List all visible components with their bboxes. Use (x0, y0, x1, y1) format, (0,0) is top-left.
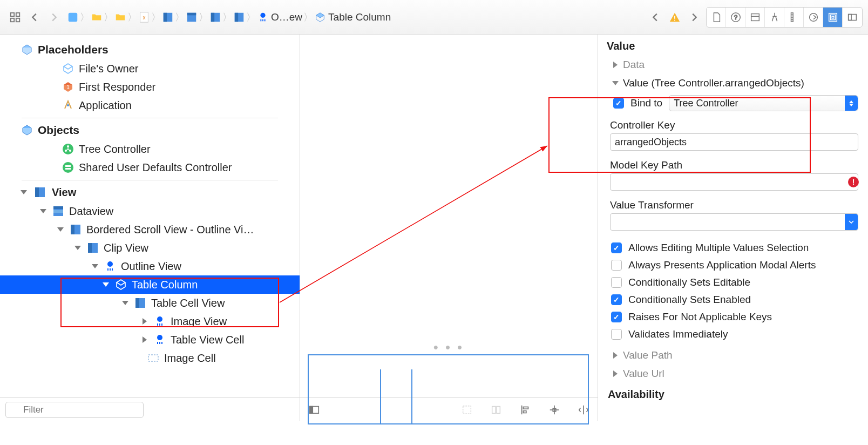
chevron-down-icon (845, 214, 858, 230)
bind-to-combo[interactable]: Tree Controller (669, 95, 858, 111)
cube-icon (21, 124, 33, 137)
bc-view-3[interactable] (209, 11, 221, 23)
svg-rect-48 (53, 210, 63, 213)
updown-icon (845, 96, 858, 111)
view-icon (69, 223, 82, 236)
svg-rect-4 (69, 12, 78, 22)
svg-rect-45 (35, 187, 39, 197)
cond-enabled-row[interactable]: Conditionally Sets Enabled (598, 291, 868, 308)
inspector-tab-effects-icon[interactable] (843, 8, 862, 27)
svg-point-38 (67, 145, 69, 147)
align-icon[interactable] (490, 403, 503, 416)
bc-outlineview[interactable]: O…ew (257, 11, 302, 23)
bc-xib[interactable]: x (138, 11, 150, 23)
checkbox[interactable] (611, 294, 622, 305)
label: Bordered Scroll View - Outline Vi… (86, 224, 254, 236)
related-items-icon[interactable] (5, 8, 25, 27)
inspector-tab-bindings-icon[interactable] (823, 8, 843, 27)
value-binding-row[interactable]: Value (Tree Controller.arrangedObjects) (598, 74, 868, 92)
inspector-tab-help-icon[interactable]: ? (726, 8, 745, 27)
bc-text-tc: Table Column (328, 11, 391, 23)
value-url-row[interactable]: Value Url (598, 365, 868, 383)
svg-rect-0 (11, 12, 14, 16)
always-presents-row[interactable]: Always Presents Application Modal Alerts (598, 257, 868, 274)
bc-view-2[interactable] (186, 11, 198, 23)
document-outline: Placeholders File's Owner 1First Respond… (0, 35, 300, 421)
outline-dataview[interactable]: Dataview (0, 202, 300, 220)
svg-rect-14 (235, 12, 238, 22)
allows-editing-row[interactable]: Allows Editing Multiple Values Selection (598, 239, 868, 257)
outline-shared-defaults[interactable]: Shared User Defaults Controller (0, 158, 300, 177)
checkbox[interactable] (611, 277, 622, 288)
bc-prev-icon[interactable] (646, 8, 665, 27)
outline-outline-view[interactable]: Outline View (0, 257, 300, 275)
svg-rect-73 (463, 406, 471, 414)
outline-image-view[interactable]: Image View (0, 312, 300, 331)
bind-to-checkbox[interactable] (613, 98, 624, 109)
svg-rect-20 (674, 19, 675, 21)
label: Table Cell View (151, 297, 225, 309)
bc-tablecolumn[interactable]: Table Column (314, 11, 391, 23)
inspector-tab-attributes-icon[interactable] (765, 8, 784, 27)
svg-rect-1 (16, 12, 19, 16)
label: Table View Cell (171, 334, 244, 346)
canvas[interactable]: ● ● ● (300, 35, 598, 397)
svg-rect-52 (88, 243, 92, 253)
view-header[interactable]: View (0, 183, 300, 202)
svg-rect-74 (492, 406, 496, 413)
bc-project[interactable] (67, 11, 79, 23)
label: Conditionally Sets Enabled (628, 294, 751, 306)
data-binding-row[interactable]: Data (598, 56, 868, 74)
warning-icon[interactable] (665, 8, 684, 27)
outline-bordered-scroll[interactable]: Bordered Scroll View - Outline Vi… (0, 220, 300, 239)
objects-label: Objects (38, 124, 79, 137)
checkbox[interactable] (611, 329, 622, 340)
inspector-tab-size-icon[interactable] (784, 8, 804, 27)
bc-folder-1[interactable] (91, 11, 103, 23)
model-key-path-field[interactable]: ! (610, 173, 858, 191)
svg-rect-8 (164, 12, 167, 22)
embed-icon[interactable] (460, 403, 473, 416)
inspector-tab-identity-icon[interactable] (745, 8, 765, 27)
outline-application[interactable]: Application (0, 96, 300, 114)
view-icon (33, 186, 46, 199)
outline-table-column[interactable]: Table Column (0, 275, 300, 294)
bc-folder-2[interactable] (114, 11, 126, 23)
ovcontroller-icon (153, 315, 166, 328)
value-transformer-combo[interactable] (610, 213, 858, 231)
outline-image-cell[interactable]: Image Cell (0, 349, 300, 367)
label: Allows Editing Multiple Values Selection (628, 242, 809, 254)
inspector-tab-connections-icon[interactable] (804, 8, 823, 27)
cond-editable-row[interactable]: Conditionally Sets Editable (598, 274, 868, 291)
outline-files-owner[interactable]: File's Owner (0, 59, 300, 78)
value-path-row[interactable]: Value Path (598, 346, 868, 365)
outline-table-view-cell[interactable]: Table View Cell (0, 331, 300, 349)
checkbox[interactable] (611, 312, 622, 322)
cube-icon (21, 43, 33, 56)
label: Conditionally Sets Editable (628, 277, 750, 288)
outline-tree-controller[interactable]: Tree Controller (0, 140, 300, 158)
outline-clip-view[interactable]: Clip View (0, 239, 300, 257)
checkbox[interactable] (611, 242, 622, 253)
label: Value (Tree Controller.arrangedObjects) (623, 77, 804, 89)
label: Validates Immediately (628, 328, 728, 340)
bc-view-4[interactable] (233, 11, 245, 23)
svg-rect-43 (65, 168, 71, 170)
outline-first-responder[interactable]: 1First Responder (0, 78, 300, 96)
outline-table-cell-view[interactable]: Table Cell View (0, 294, 300, 312)
filter-input[interactable] (5, 402, 144, 418)
cube-white-icon (114, 278, 127, 291)
raises-na-row[interactable]: Raises For Not Applicable Keys (598, 308, 868, 326)
controller-key-field[interactable]: arrangedObjects (610, 133, 858, 151)
back-icon[interactable] (25, 8, 44, 27)
drag-handle-icon[interactable]: ● ● ● (433, 342, 465, 352)
svg-rect-42 (65, 165, 71, 167)
inspector-tab-file-icon[interactable] (707, 8, 726, 27)
checkbox[interactable] (611, 260, 622, 271)
bc-view-1[interactable] (162, 11, 174, 23)
model-key-path-label: Model Key Path (598, 154, 868, 173)
validates-row[interactable]: Validates Immediately (598, 326, 868, 343)
svg-rect-75 (497, 406, 500, 413)
value-header: Value (598, 35, 868, 56)
bc-next-icon[interactable] (684, 8, 704, 27)
